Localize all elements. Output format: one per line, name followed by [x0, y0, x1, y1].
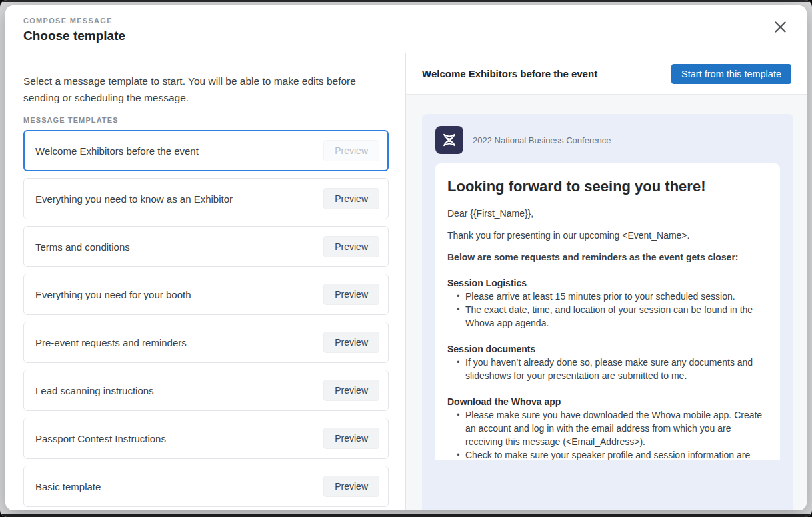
preview-button[interactable]: Preview	[323, 428, 379, 449]
screen: COMPOSE MESSAGE Choose template Select a…	[0, 0, 812, 517]
section-title: Session documents	[447, 342, 768, 356]
section-title: Session Logistics	[447, 276, 768, 290]
bullet-item: If you haven’t already done so, please m…	[465, 356, 768, 382]
modal-eyebrow: COMPOSE MESSAGE	[23, 17, 788, 25]
message-templates-label: MESSAGE TEMPLATES	[23, 116, 388, 124]
template-item-basic-template[interactable]: Basic template Preview	[23, 466, 389, 507]
template-item-lead-scanning[interactable]: Lead scanning instructions Preview	[23, 370, 389, 411]
preview-button[interactable]: Preview	[323, 476, 379, 497]
email-section-download-whova-app: Download the Whova app Please make sure …	[447, 395, 768, 460]
bullet-list: Please make sure you have downloaded the…	[447, 408, 768, 460]
preview-button[interactable]: Preview	[323, 284, 379, 305]
preview-button[interactable]: Preview	[323, 188, 379, 209]
email-preview-scroll-area[interactable]: 2022 National Business Conference Lookin…	[406, 95, 807, 510]
close-button[interactable]	[772, 20, 788, 36]
preview-header: Welcome Exhibitors before the event Star…	[406, 53, 807, 95]
template-label: Pre-event requests and reminders	[35, 337, 187, 348]
template-label: Passport Contest Instructions	[35, 433, 166, 444]
template-item-everything-exhibitor[interactable]: Everything you need to know as an Exhibi…	[23, 178, 389, 219]
event-name: 2022 National Business Conference	[473, 135, 611, 145]
modal-body: Select a message template to start. You …	[5, 53, 807, 510]
email-section-session-logistics: Session Logistics Please arrive at least…	[447, 276, 768, 330]
template-label: Welcome Exhibitors before the event	[35, 145, 199, 157]
template-list-panel[interactable]: Select a message template to start. You …	[5, 53, 406, 510]
panel-description: Select a message template to start. You …	[23, 73, 389, 106]
email-heading: Looking forward to seeing you there!	[447, 178, 768, 195]
bullet-list: Please arrive at least 15 minutes prior …	[447, 290, 768, 330]
template-label: Basic template	[35, 481, 101, 492]
selected-template-title: Welcome Exhibitors before the event	[422, 68, 597, 79]
background-page-bottom-edge	[0, 514, 812, 517]
background-page-top-edge	[0, 0, 812, 2]
close-icon	[774, 21, 787, 35]
bullet-item: Please make sure you have downloaded the…	[465, 408, 768, 448]
template-label: Lead scanning instructions	[35, 385, 154, 396]
bullet-item: Please arrive at least 15 minutes prior …	[465, 290, 768, 303]
preview-button[interactable]: Preview	[323, 236, 379, 257]
email-preview-background: 2022 National Business Conference Lookin…	[422, 114, 793, 510]
template-preview-panel: Welcome Exhibitors before the event Star…	[406, 53, 807, 510]
template-label: Everything you need to know as an Exhibi…	[35, 193, 233, 205]
template-item-passport-contest[interactable]: Passport Contest Instructions Preview	[23, 418, 389, 459]
page-title: Choose template	[23, 29, 788, 43]
template-item-pre-event[interactable]: Pre-event requests and reminders Preview	[23, 322, 389, 363]
template-item-everything-booth[interactable]: Everything you need for your booth Previ…	[23, 274, 389, 315]
template-label: Everything you need for your booth	[35, 289, 191, 300]
choose-template-modal: COMPOSE MESSAGE Choose template Select a…	[5, 5, 807, 510]
preview-button[interactable]: Preview	[323, 140, 379, 161]
preview-button[interactable]: Preview	[323, 380, 379, 401]
template-item-terms-conditions[interactable]: Terms and conditions Preview	[23, 226, 389, 267]
email-body-card: Looking forward to seeing you there! Dea…	[435, 163, 780, 460]
section-title: Download the Whova app	[447, 395, 768, 408]
preview-button[interactable]: Preview	[323, 332, 379, 353]
template-item-welcome-exhibitors[interactable]: Welcome Exhibitors before the event Prev…	[23, 130, 389, 171]
email-greeting: Dear {{First_Name}},	[447, 207, 768, 220]
bullet-item: The exact date, time, and location of yo…	[465, 303, 768, 330]
email-brand-row: 2022 National Business Conference	[435, 126, 780, 154]
bullet-list: If you haven’t already done so, please m…	[447, 356, 768, 382]
template-label: Terms and conditions	[35, 241, 130, 253]
email-intro: Thank you for presenting in our upcoming…	[447, 229, 768, 242]
whova-logo-icon	[435, 126, 463, 154]
email-section-session-documents: Session documents If you haven’t already…	[447, 342, 768, 382]
modal-header: COMPOSE MESSAGE Choose template	[5, 5, 807, 53]
bullet-item: Check to make sure your speaker profile …	[465, 448, 768, 460]
email-lead: Below are some requests and reminders as…	[447, 251, 768, 264]
start-from-template-button[interactable]: Start from this template	[671, 64, 791, 84]
